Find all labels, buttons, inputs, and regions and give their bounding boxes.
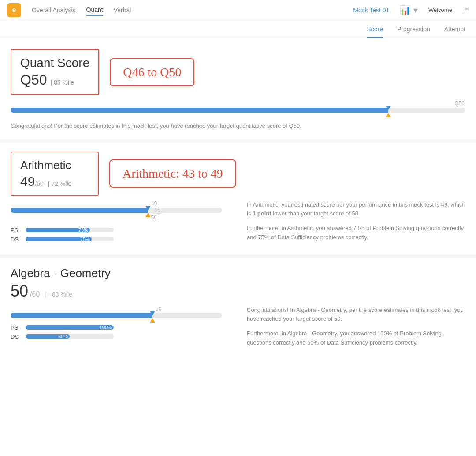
menu-icon[interactable]: ≡: [464, 5, 469, 15]
algebra-progress-row: 50 PS 100%: [11, 306, 465, 348]
algebra-score: 50: [11, 282, 28, 300]
logo: e: [7, 3, 21, 17]
algebra-right-info: Congratulations! In Algebra - Geometry, …: [229, 306, 465, 348]
navbar: e Overall Analysis Quant Verbal Mock Tes…: [0, 0, 476, 20]
main-content: Quant Score Q50 | 85 %ile Q46 to Q50 Q50…: [0, 38, 476, 356]
quant-score-title: Quant Score: [20, 56, 89, 70]
arithmetic-progress-wrap: 49 +1 50 PS 73%: [11, 200, 229, 245]
quant-progress-label: Q50: [11, 100, 465, 107]
algebra-psds: PS 100% DS 50%: [11, 324, 229, 340]
quant-score-percentile: | 85 %ile: [50, 79, 74, 86]
algebra-ps-track: 100%: [26, 325, 114, 330]
quant-score-value: Q50: [20, 72, 47, 88]
algebra-ds-pct: 50%: [58, 334, 68, 339]
arithmetic-right-bold: 1 point: [253, 210, 271, 217]
arithmetic-header-row: Arithmetic 49 /60 | 72 %ile Arithmetic: …: [11, 152, 465, 196]
nav-quant[interactable]: Quant: [86, 4, 103, 16]
arithmetic-title: Arithmetic: [20, 159, 89, 172]
arithmetic-label-below: 50: [11, 215, 222, 221]
arithmetic-right-text2: lower than your target score of 50.: [271, 210, 360, 217]
tabs-bar: Score Progression Attempt: [0, 20, 476, 38]
arithmetic-score: 49: [20, 174, 35, 189]
algebra-marker-top: [150, 311, 155, 315]
arithmetic-ps-row: PS 73%: [11, 227, 229, 234]
tab-score[interactable]: Score: [367, 26, 383, 38]
arithmetic-ps-pct: 73%: [78, 228, 88, 232]
algebra-score-line: 50 /60 | 83 %ile: [11, 282, 465, 300]
quant-progress-marker-bottom: [386, 113, 391, 117]
arithmetic-denom: /60: [35, 180, 43, 187]
tab-attempt[interactable]: Attempt: [444, 26, 465, 38]
algebra-ds-row: DS 50%: [11, 334, 229, 340]
algebra-ds-label: DS: [11, 334, 21, 340]
mock-test-selector[interactable]: Mock Test 01: [353, 7, 389, 14]
quant-score-box: Quant Score Q50 | 85 %ile: [11, 49, 99, 95]
algebra-denom: /60: [30, 290, 40, 298]
arithmetic-right-text3: Furthermore, in Arithmetic, you answered…: [247, 224, 465, 242]
algebra-percentile: 83 %ile: [52, 291, 72, 298]
arithmetic-ps-label: PS: [11, 227, 21, 234]
arithmetic-percentile: | 72 %ile: [48, 180, 71, 187]
arithmetic-right-info: In Arithmetic, your estimated score per …: [229, 200, 465, 245]
quant-progress-section: Q50: [11, 100, 465, 113]
arithmetic-ds-pct: 75%: [80, 237, 90, 241]
arithmetic-progress-fill: [11, 208, 148, 213]
algebra-progress-track: [11, 313, 222, 318]
quant-progress-track: [11, 108, 465, 113]
algebra-ds-track: 50%: [26, 334, 114, 339]
arithmetic-marker-bottom: [145, 213, 151, 217]
tab-progression[interactable]: Progression: [397, 26, 430, 38]
arithmetic-progress-row: 49 +1 50 PS 73%: [11, 200, 465, 245]
algebra-ps-pct: 100%: [100, 325, 112, 330]
quant-score-range-bubble: Q46 to Q50: [110, 58, 194, 86]
algebra-ps-label: PS: [11, 324, 21, 331]
algebra-label-above: 50: [11, 306, 229, 312]
arithmetic-section: Arithmetic 49 /60 | 72 %ile Arithmetic: …: [0, 143, 476, 258]
arithmetic-ps-fill: 73%: [26, 228, 90, 232]
arithmetic-ds-fill: 75%: [26, 237, 92, 241]
algebra-progress-fill: [11, 313, 152, 318]
algebra-progress-wrap: 50 PS 100%: [11, 306, 229, 348]
algebra-ds-fill: 50%: [26, 334, 70, 339]
nav-verbal[interactable]: Verbal: [114, 5, 131, 15]
algebra-congrats-text: Congratulations! In Algebra - Geometry, …: [247, 306, 465, 324]
arithmetic-ds-label: DS: [11, 236, 21, 243]
quant-progress-marker-top: [386, 106, 391, 110]
algebra-ps-row: PS 100%: [11, 324, 229, 331]
arithmetic-marker-top: [145, 206, 151, 210]
algebra-title: Algebra - Geometry: [11, 267, 465, 280]
arithmetic-ds-row: DS 75%: [11, 236, 229, 243]
nav-overall-analysis[interactable]: Overall Analysis: [32, 5, 76, 15]
arithmetic-progress-track: +1: [11, 208, 222, 213]
quant-congrats-text: Congratulations! Per the score estimates…: [11, 122, 465, 132]
chart-icon[interactable]: 📊 ▾: [400, 5, 418, 15]
algebra-section: Algebra - Geometry 50 /60 | 83 %ile 50: [0, 258, 476, 356]
algebra-further-text: Furthermore, in Algebra - Geometry, you …: [247, 329, 465, 348]
arithmetic-ps-track: 73%: [26, 228, 114, 232]
arithmetic-label-above: 49: [11, 200, 229, 207]
arithmetic-score-box: Arithmetic 49 /60 | 72 %ile: [11, 152, 99, 196]
algebra-marker-bottom: [150, 318, 155, 323]
quant-score-section: Quant Score Q50 | 85 %ile Q46 to Q50 Q50…: [0, 38, 476, 143]
arithmetic-psds: PS 73% DS 75%: [11, 227, 229, 243]
algebra-ps-fill: 100%: [26, 325, 114, 330]
welcome-text: Welcome,: [428, 7, 454, 13]
quant-score-header: Quant Score Q50 | 85 %ile Q46 to Q50: [11, 49, 465, 95]
arithmetic-range-bubble: Arithmetic: 43 to 49: [109, 159, 236, 188]
arithmetic-plus-one: +1: [152, 208, 163, 214]
quant-progress-fill: [11, 108, 388, 113]
arithmetic-ds-track: 75%: [26, 237, 114, 241]
